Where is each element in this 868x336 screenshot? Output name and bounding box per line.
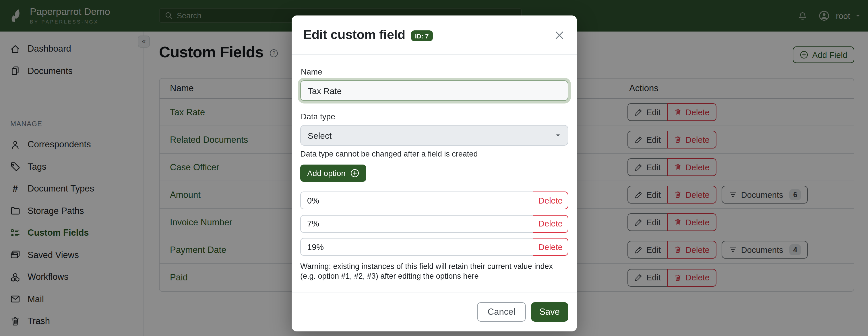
data-type-help-text: Data type cannot be changed after a fiel… — [300, 150, 568, 158]
option-value-input[interactable] — [300, 238, 533, 256]
option-row: Delete — [300, 192, 568, 209]
close-icon[interactable] — [553, 29, 565, 41]
data-type-label: Data type — [301, 112, 568, 121]
save-button[interactable]: Save — [531, 302, 568, 322]
modal-body: Name Data type Select Data type cannot b… — [291, 55, 577, 292]
plus-circle-icon — [350, 169, 360, 178]
modal-header: Edit custom field ID: 7 — [291, 15, 577, 55]
option-row: Delete — [300, 238, 568, 256]
id-badge: ID: 7 — [411, 30, 433, 41]
name-input-wrap — [300, 80, 568, 101]
name-field-label: Name — [301, 68, 568, 76]
edit-custom-field-modal: Edit custom field ID: 7 Name Data type S… — [291, 15, 577, 331]
option-value-input[interactable] — [300, 192, 533, 209]
modal-footer: Cancel Save — [291, 292, 577, 331]
data-type-selected-value: Select — [308, 130, 332, 140]
add-option-button[interactable]: Add option — [300, 165, 366, 182]
option-row: Delete — [300, 215, 568, 233]
app-root: Paperparrot Demo BY PAPERLESS-NGX — [0, 0, 868, 336]
select-caret-icon — [555, 132, 561, 138]
option-delete-button[interactable]: Delete — [533, 215, 568, 233]
option-delete-button[interactable]: Delete — [533, 238, 568, 256]
modal-title: Edit custom field — [303, 28, 405, 42]
option-delete-button[interactable]: Delete — [533, 192, 568, 209]
options-warning-text: Warning: existing instances of this fiel… — [300, 261, 568, 281]
cancel-button[interactable]: Cancel — [477, 302, 526, 322]
name-input[interactable] — [308, 86, 561, 96]
data-type-select[interactable]: Select — [300, 125, 568, 146]
option-value-input[interactable] — [300, 215, 533, 233]
